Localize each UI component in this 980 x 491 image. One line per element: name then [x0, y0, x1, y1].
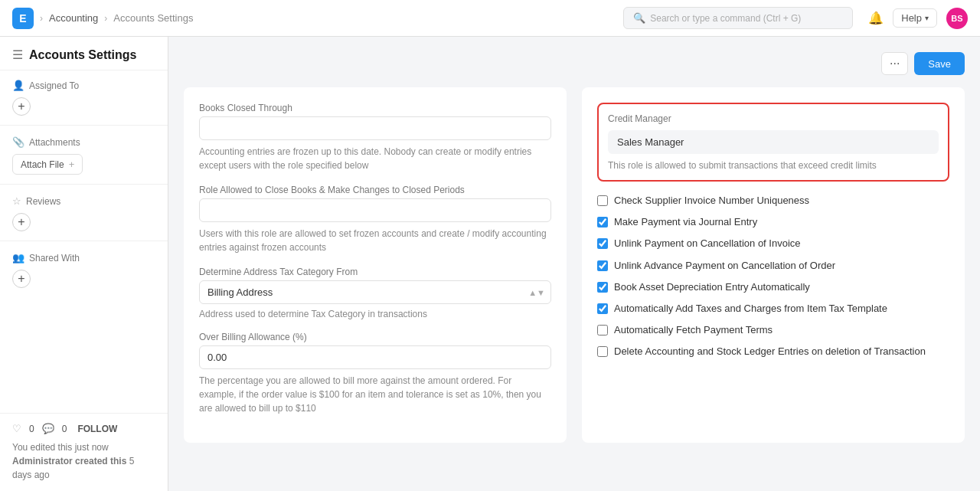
- app-icon[interactable]: E: [12, 8, 34, 29]
- checkbox-label[interactable]: Automatically Add Taxes and Charges from…: [614, 302, 887, 316]
- checkbox-chk2[interactable]: [597, 217, 608, 227]
- page-title: Accounts Settings: [29, 48, 136, 62]
- address-tax-label: Determine Address Tax Category From: [199, 267, 551, 277]
- assigned-to-label: Assigned To: [29, 80, 79, 91]
- over-billing-field: Over Billing Allowance (%) The percentag…: [199, 332, 551, 415]
- shared-with-label: Shared With: [29, 253, 80, 264]
- breadcrumb-current: Accounts Settings: [113, 12, 193, 24]
- breadcrumb-sep-1: ›: [40, 13, 43, 24]
- over-billing-input[interactable]: [199, 345, 551, 369]
- avatar[interactable]: BS: [946, 8, 968, 29]
- checkbox-label[interactable]: Unlink Advance Payment on Cancellation o…: [614, 259, 835, 273]
- checkbox-item: Automatically Add Taxes and Charges from…: [597, 302, 949, 316]
- more-options-button[interactable]: ···: [881, 52, 908, 75]
- comment-count: 0: [62, 424, 67, 434]
- checkbox-item: Delete Accounting and Stock Ledger Entri…: [597, 345, 949, 358]
- attach-file-button[interactable]: Attach File +: [12, 154, 83, 175]
- checkbox-item: Book Asset Depreciation Entry Automatica…: [597, 280, 949, 294]
- comment-icon[interactable]: 💬: [42, 423, 54, 434]
- like-icon[interactable]: ♡: [12, 423, 21, 434]
- credit-manager-label: Credit Manager: [608, 113, 939, 124]
- search-icon: 🔍: [633, 12, 645, 24]
- books-closed-field: Books Closed Through Accounting entries …: [199, 103, 551, 172]
- chevron-down-icon: ▾: [925, 14, 929, 22]
- checkbox-label[interactable]: Make Payment via Journal Entry: [614, 215, 757, 229]
- add-review-button[interactable]: +: [12, 213, 31, 231]
- checkbox-label[interactable]: Delete Accounting and Stock Ledger Entri…: [614, 345, 926, 358]
- over-billing-label: Over Billing Allowance (%): [199, 332, 551, 342]
- share-icon: 👥: [12, 252, 24, 264]
- address-tax-field: Determine Address Tax Category From Bill…: [199, 267, 551, 319]
- help-button[interactable]: Help ▾: [893, 8, 937, 28]
- checkbox-label[interactable]: Book Asset Depreciation Entry Automatica…: [614, 280, 810, 294]
- checkbox-item: Make Payment via Journal Entry: [597, 215, 949, 229]
- edited-by: You edited this just now: [12, 440, 155, 454]
- paperclip-icon: 📎: [12, 136, 24, 148]
- address-tax-select[interactable]: Billing Address Shipping Address: [199, 280, 551, 304]
- books-closed-label: Books Closed Through: [199, 103, 551, 113]
- checkbox-chk3[interactable]: [597, 238, 608, 249]
- breadcrumb-accounting[interactable]: Accounting: [49, 12, 98, 24]
- checkbox-label[interactable]: Unlink Payment on Cancellation of Invoic…: [614, 237, 801, 250]
- star-icon: ☆: [12, 195, 21, 207]
- created-by: Administrator created this 5 days ago: [12, 454, 155, 482]
- checkbox-label[interactable]: Automatically Fetch Payment Terms: [614, 323, 773, 337]
- checkbox-item: Automatically Fetch Payment Terms: [597, 323, 949, 337]
- checkbox-chk6[interactable]: [597, 303, 608, 314]
- checkbox-label[interactable]: Check Supplier Invoice Number Uniqueness: [614, 194, 809, 208]
- breadcrumb-sep-2: ›: [104, 13, 107, 24]
- checkbox-chk7[interactable]: [597, 325, 608, 336]
- checkbox-chk5[interactable]: [597, 282, 608, 293]
- attachments-label: Attachments: [29, 137, 80, 148]
- add-share-button[interactable]: +: [12, 270, 31, 288]
- credit-manager-value: Sales Manager: [608, 130, 939, 154]
- hamburger-icon[interactable]: ☰: [12, 47, 23, 62]
- role-desc: Users with this role are allowed to set …: [199, 227, 551, 254]
- credit-manager-box: Credit Manager Sales Manager This role i…: [597, 103, 949, 182]
- notification-bell[interactable]: 🔔: [868, 11, 884, 25]
- search-bar[interactable]: 🔍 Search or type a command (Ctrl + G): [623, 7, 853, 29]
- checkbox-chk8[interactable]: [597, 346, 608, 357]
- save-button[interactable]: Save: [914, 52, 965, 75]
- checkbox-chk4[interactable]: [597, 260, 608, 271]
- books-closed-input[interactable]: [199, 116, 551, 140]
- role-field: Role Allowed to Close Books & Make Chang…: [199, 185, 551, 254]
- search-placeholder: Search or type a command (Ctrl + G): [650, 13, 801, 24]
- follow-button[interactable]: FOLLOW: [77, 424, 117, 434]
- person-icon: 👤: [12, 80, 24, 91]
- like-count: 0: [29, 424, 34, 434]
- role-input[interactable]: [199, 198, 551, 222]
- books-closed-desc: Accounting entries are frozen up to this…: [199, 145, 551, 172]
- address-tax-desc: Address used to determine Tax Category i…: [199, 309, 551, 319]
- checkbox-item: Check Supplier Invoice Number Uniqueness: [597, 194, 949, 208]
- checkbox-chk1[interactable]: [597, 195, 608, 206]
- checkbox-item: Unlink Payment on Cancellation of Invoic…: [597, 237, 949, 250]
- checkbox-item: Unlink Advance Payment on Cancellation o…: [597, 259, 949, 273]
- add-assigned-button[interactable]: +: [12, 97, 31, 116]
- over-billing-desc: The percentage you are allowed to bill m…: [199, 374, 551, 415]
- reviews-label: Reviews: [26, 196, 60, 207]
- role-label: Role Allowed to Close Books & Make Chang…: [199, 185, 551, 195]
- credit-manager-desc: This role is allowed to submit transacti…: [608, 160, 939, 171]
- plus-icon: +: [69, 159, 75, 170]
